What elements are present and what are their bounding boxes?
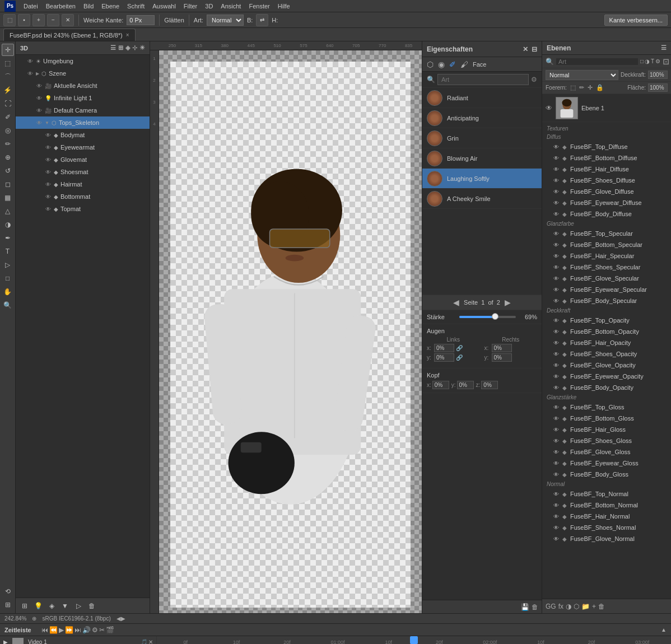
scene-item-glovemat[interactable]: 👁 ◆ Glovemat (16, 153, 150, 166)
eye-umgebung[interactable]: 👁 (27, 58, 34, 64)
zoom-tool[interactable]: 🔍 (2, 299, 14, 311)
type-tool[interactable]: T (2, 245, 14, 258)
pen-tool[interactable]: ✒ (2, 232, 14, 244)
eye-body-spec[interactable]: 👁 (553, 298, 559, 304)
eyedropper-tool[interactable]: ✐ (2, 111, 14, 123)
texture-glove-specular[interactable]: 👁 ◆ FuseBF_Glove_Specular (542, 273, 671, 284)
scene-delete-btn[interactable]: 🗑 (86, 600, 97, 612)
eye-light[interactable]: 👁 (36, 95, 43, 101)
add-btn[interactable]: + (32, 14, 45, 26)
timeline-play-btn[interactable]: ▶ (59, 626, 64, 634)
eye-shoes-spec[interactable]: 👁 (553, 264, 559, 270)
scene-item-infinite-light[interactable]: 👁 💡 Infinite Light 1 (16, 92, 150, 104)
scene-item-bottommat[interactable]: 👁 ◆ Bottommat (16, 190, 150, 203)
scene-delete-icon[interactable]: ◈ (125, 44, 130, 52)
eye-bodymat[interactable]: 👁 (45, 132, 52, 138)
path-tool[interactable]: ▷ (2, 259, 14, 271)
texture-glove-normal[interactable]: 👁 ◆ FuseBF_Glove_Normal (542, 533, 671, 544)
pose-item-grin[interactable]: Grin (422, 128, 542, 148)
scene-item-umgebung[interactable]: 👁 ☀ Umgebung (16, 55, 150, 67)
eye-top-op[interactable]: 👁 (553, 318, 559, 324)
layers-filter-icon[interactable]: ☰ (661, 44, 667, 52)
canvas-content[interactable] (159, 50, 422, 613)
texture-hair-diffuse[interactable]: 👁 ◆ FuseBF_Hair_Diffuse (542, 164, 671, 175)
texture-top-normal[interactable]: 👁 ◆ FuseBF_Top_Normal (542, 488, 671, 500)
wand-tool[interactable]: ⚡ (2, 84, 14, 96)
eye-body-op[interactable]: 👁 (553, 385, 559, 391)
timeline-track-mute-icon[interactable]: 🎵 (141, 639, 147, 644)
link-left-x-icon[interactable]: 🔗 (456, 345, 463, 351)
texture-shoes-opacity[interactable]: 👁 ◆ FuseBF_Shoes_Opacity (542, 348, 671, 360)
eye-glove-normal[interactable]: 👁 (553, 536, 559, 542)
kante-verbessern-btn[interactable]: Kante verbessern... (604, 15, 668, 26)
weiche-kante-input[interactable] (127, 15, 155, 25)
eye-szene[interactable]: 👁 (27, 71, 34, 77)
menu-hilfe[interactable]: Hilfe (274, 2, 293, 11)
eye-glove[interactable]: 👁 (45, 157, 52, 163)
eye-top-spec[interactable]: 👁 (553, 231, 559, 237)
texture-hair-opacity[interactable]: 👁 ◆ FuseBF_Hair_Opacity (542, 337, 671, 348)
eye-eyewear-diffuse[interactable]: 👁 (553, 200, 559, 206)
gradient-tool[interactable]: ▦ (2, 192, 14, 204)
props-tab-face[interactable]: ✐ (449, 60, 456, 69)
texture-eyewear-diffuse[interactable]: 👁 ◆ FuseBF_Eyewear_Diffuse (542, 197, 671, 208)
layers-type-icon[interactable]: T (651, 58, 654, 64)
scene-item-szene[interactable]: 👁 ▶ ⬡ Szene (16, 67, 150, 80)
eye-bottom-diffuse[interactable]: 👁 (553, 155, 559, 161)
texture-shoes-gloss[interactable]: 👁 ◆ FuseBF_Shoes_Gloss (542, 435, 671, 446)
menu-filter[interactable]: Filter (180, 2, 201, 11)
eye-glove-gloss[interactable]: 👁 (553, 449, 559, 455)
timeline-step-fwd-btn[interactable]: ⏩ (65, 626, 73, 634)
eye-shoes-normal[interactable]: 👁 (553, 525, 559, 531)
lock-all-btn[interactable]: 🔒 (596, 84, 604, 91)
pose-item-blowing[interactable]: Blowing Air (422, 148, 542, 169)
texture-top-diffuse[interactable]: 👁 ◆ FuseBF_Top_Diffuse (542, 141, 671, 152)
eye-bottom-op[interactable]: 👁 (553, 329, 559, 335)
eye-bottom[interactable]: 👁 (45, 194, 52, 200)
texture-bottom-gloss[interactable]: 👁 ◆ FuseBF_Bottom_Gloss (542, 413, 671, 424)
scene-item-hairmat[interactable]: 👁 ◆ Hairmat (16, 178, 150, 190)
layers-pixel-icon[interactable]: □ (640, 58, 644, 64)
timeline-expand-icon[interactable]: ▶ (3, 639, 8, 644)
eye-tops[interactable]: 👁 (36, 120, 43, 126)
eye-body-gloss[interactable]: 👁 (553, 472, 559, 478)
eye-topmat[interactable]: 👁 (45, 206, 52, 212)
texture-eyewear-opacity[interactable]: 👁 ◆ FuseBF_Eyewear_Opacity (542, 371, 671, 382)
fill-input[interactable] (648, 83, 668, 92)
menu-schrift[interactable]: Schrift (124, 2, 148, 11)
texture-hair-gloss[interactable]: 👁 ◆ FuseBF_Hair_Gloss (542, 424, 671, 435)
menu-ansicht[interactable]: Ansicht (217, 2, 244, 11)
eye-shoes-gloss[interactable]: 👁 (553, 438, 559, 444)
scene-add-icon[interactable]: ⊞ (118, 44, 123, 52)
stamp-tool[interactable]: ⊕ (2, 151, 14, 164)
dodge-tool[interactable]: ◑ (2, 218, 14, 231)
lock-brush-btn[interactable]: ✏ (579, 84, 584, 91)
props-search-icon[interactable]: 🔍 (427, 76, 435, 83)
texture-shoes-specular[interactable]: 👁 ◆ FuseBF_Shoes_Specular (542, 262, 671, 273)
link-left-y-icon[interactable]: 🔗 (456, 354, 463, 361)
pose-prev-btn[interactable]: ◀ (453, 298, 459, 307)
eye-bottom-gloss[interactable]: 👁 (553, 416, 559, 422)
eye-shoes-diffuse[interactable]: 👁 (553, 178, 559, 184)
eye-hair[interactable]: 👁 (45, 181, 52, 188)
head-y-input[interactable] (457, 381, 474, 389)
menu-fenster[interactable]: Fenster (245, 2, 273, 11)
3d-pan-tool[interactable]: ⊞ (2, 599, 14, 611)
texture-bottom-specular[interactable]: 👁 ◆ FuseBF_Bottom_Specular (542, 239, 671, 250)
texture-eyewear-specular[interactable]: 👁 ◆ FuseBF_Eyewear_Specular (542, 284, 671, 295)
move-tool[interactable]: ✛ (2, 44, 14, 56)
eye-hair-op[interactable]: 👁 (553, 340, 559, 346)
texture-hair-normal[interactable]: 👁 ◆ FuseBF_Hair_Normal (542, 511, 671, 522)
shape-tool[interactable]: □ (2, 272, 14, 284)
layers-smart-icon[interactable]: ⚙ (655, 58, 660, 64)
texture-shoes-diffuse[interactable]: 👁 ◆ FuseBF_Shoes_Diffuse (542, 175, 671, 186)
scene-item-eyewearmat[interactable]: 👁 ◆ Eyewearmat (16, 141, 150, 153)
layers-mode-select[interactable]: Normal (546, 70, 618, 80)
pose-next-btn[interactable]: ▶ (505, 298, 511, 307)
scene-item-tops-skeleton[interactable]: 👁 ▼ ⬡ Tops_Skeleton (16, 116, 150, 129)
layers-toggle-icon[interactable]: ⊡ (663, 57, 669, 66)
timeline-collapse-icon[interactable]: ▲ (661, 627, 667, 633)
strength-slider[interactable] (459, 316, 516, 318)
texture-top-opacity[interactable]: 👁 ◆ FuseBF_Top_Opacity (542, 315, 671, 326)
texture-glove-diffuse[interactable]: 👁 ◆ FuseBF_Glove_Diffuse (542, 186, 671, 197)
